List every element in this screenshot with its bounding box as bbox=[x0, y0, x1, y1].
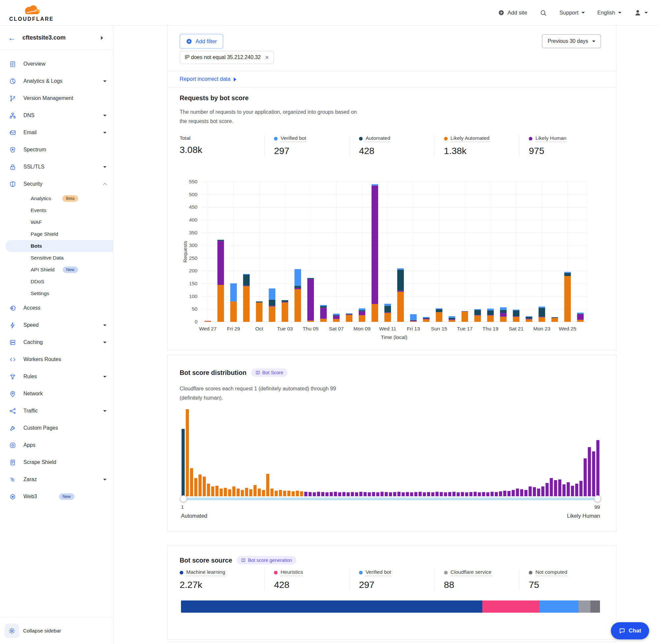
sidebar-item-overview[interactable]: Overview bbox=[0, 55, 113, 72]
source-stats-row: Machine learning2.27kHeuristics428Verifi… bbox=[180, 569, 604, 590]
sidebar-item-speed[interactable]: Speed bbox=[0, 317, 113, 334]
plus-circle-icon bbox=[498, 9, 504, 16]
sidebar-footer: Collapse sidebar bbox=[0, 617, 113, 644]
svg-text:Tue 17: Tue 17 bbox=[457, 326, 473, 331]
svg-text:Mon 23: Mon 23 bbox=[534, 326, 550, 331]
slider-handle-min[interactable] bbox=[180, 495, 187, 502]
sidebar-item-label: DNS bbox=[23, 112, 103, 118]
bot-score-histogram bbox=[181, 403, 600, 497]
sidebar-item-label: API Shield bbox=[31, 267, 59, 273]
stat-label[interactable]: Verified bot bbox=[281, 135, 306, 142]
sidebar-item-network[interactable]: Network bbox=[0, 385, 113, 402]
legend-dot bbox=[359, 571, 362, 574]
plus-circle-icon bbox=[186, 38, 192, 45]
sidebar-item-bots[interactable]: Bots bbox=[5, 240, 113, 252]
sidebar-item-ddos[interactable]: DDoS bbox=[0, 276, 113, 288]
stat-not-computed: Not computed75 bbox=[519, 569, 604, 590]
chevron-right-icon[interactable] bbox=[101, 36, 105, 40]
book-icon bbox=[241, 558, 245, 562]
stat-label[interactable]: Cloudflare service bbox=[451, 569, 492, 576]
svg-text:500: 500 bbox=[189, 191, 197, 197]
slider-min-value: 1 bbox=[181, 504, 184, 510]
sidebar-item-apps[interactable]: Apps bbox=[0, 437, 113, 454]
sidebar-item-spectrum[interactable]: Spectrum bbox=[0, 141, 113, 158]
add-filter-button[interactable]: Add filter bbox=[180, 34, 223, 48]
sidebar-item-traffic[interactable]: Traffic bbox=[0, 402, 113, 419]
sidebar-item-web3[interactable]: Web3New bbox=[0, 488, 113, 505]
sidebar-item-waf[interactable]: WAF bbox=[0, 216, 113, 228]
filter-chip[interactable]: IP does not equal 35.212.240.32 × bbox=[180, 51, 274, 64]
sidebar-item-label: Workers Routes bbox=[23, 356, 107, 362]
date-range-button[interactable]: Previous 30 days bbox=[542, 34, 601, 48]
sidebar-item-settings[interactable]: Settings bbox=[0, 288, 113, 299]
sidebar-item-events[interactable]: Events bbox=[0, 204, 113, 216]
analytics-icon bbox=[9, 78, 16, 85]
sidebar-item-label: Bots bbox=[31, 243, 107, 249]
requests-section-description: The number of requests to your applicati… bbox=[180, 108, 358, 126]
sidebar-item-sensitive-data[interactable]: Sensitive Data bbox=[0, 252, 113, 264]
sidebar-item-ssl-tls[interactable]: SSL/TLS bbox=[0, 158, 113, 176]
svg-text:200: 200 bbox=[189, 268, 197, 273]
stat-label[interactable]: Verified bot bbox=[366, 569, 391, 576]
stat-label[interactable]: Automated bbox=[366, 135, 390, 142]
sidebar: ← cftestsite3.com OverviewAnalytics & Lo… bbox=[0, 26, 113, 644]
source-card: Bot score source Bot score generation Ma… bbox=[167, 546, 616, 640]
stat-label[interactable]: Machine learning bbox=[186, 569, 225, 576]
new-badge: New bbox=[63, 267, 78, 273]
source-segment-heuristics bbox=[482, 600, 539, 613]
stat-likely-automated: Likely Automated1.38k bbox=[434, 135, 520, 156]
sidebar-item-workers-routes[interactable]: Workers Routes bbox=[0, 351, 113, 368]
sidebar-item-custom-pages[interactable]: Custom Pages bbox=[0, 419, 113, 437]
svg-text:400: 400 bbox=[189, 217, 197, 223]
stat-value: 75 bbox=[529, 580, 604, 590]
bot-score-generation-badge[interactable]: Bot score generation bbox=[237, 556, 297, 565]
sidebar-item-email[interactable]: Email bbox=[0, 124, 113, 141]
stat-label[interactable]: Likely Human bbox=[535, 135, 566, 142]
chat-button[interactable]: Chat bbox=[611, 622, 649, 639]
svg-text:Wed 27: Wed 27 bbox=[199, 326, 217, 331]
chevron-down-icon bbox=[103, 376, 107, 379]
svg-text:Sun 15: Sun 15 bbox=[431, 326, 447, 331]
sidebar-item-label: Traffic bbox=[23, 408, 103, 414]
sidebar-item-access[interactable]: Access bbox=[0, 299, 113, 317]
sidebar-item-analytics-logs[interactable]: Analytics & Logs bbox=[0, 72, 113, 90]
language-menu[interactable]: English bbox=[597, 9, 621, 16]
svg-text:450: 450 bbox=[189, 204, 197, 210]
report-incorrect-data-link[interactable]: Report incorrect data bbox=[180, 76, 238, 82]
sidebar-item-analytics[interactable]: AnalyticsBeta bbox=[0, 192, 113, 204]
sidebar-item-security[interactable]: Security bbox=[0, 176, 113, 192]
sidebar-item-caching[interactable]: Caching bbox=[0, 334, 113, 351]
stat-label[interactable]: Heuristics bbox=[281, 569, 303, 576]
security-icon bbox=[9, 181, 16, 188]
legend-dot bbox=[529, 571, 533, 574]
add-site-button[interactable]: Add site bbox=[498, 9, 527, 16]
stat-label[interactable]: Not computed bbox=[535, 569, 567, 576]
remove-filter-icon[interactable]: × bbox=[265, 54, 269, 61]
stat-label[interactable]: Likely Automated bbox=[451, 135, 490, 142]
chevron-down-icon bbox=[592, 41, 595, 44]
sidebar-item-rules[interactable]: Rules bbox=[0, 368, 113, 385]
spectrum-icon bbox=[9, 146, 16, 153]
back-arrow-icon[interactable]: ← bbox=[8, 34, 16, 42]
sidebar-item-zaraz[interactable]: Zaraz bbox=[0, 471, 113, 488]
zaraz-icon bbox=[9, 476, 16, 483]
collapse-sidebar-label[interactable]: Collapse sidebar bbox=[23, 628, 61, 634]
svg-text:350: 350 bbox=[189, 230, 197, 235]
chevron-down-icon bbox=[103, 342, 107, 345]
cloudflare-logo[interactable]: CLOUDFLARE bbox=[9, 4, 54, 22]
support-menu[interactable]: Support bbox=[560, 9, 585, 16]
sidebar-item-api-shield[interactable]: API ShieldNew bbox=[0, 264, 113, 276]
search-icon[interactable] bbox=[540, 9, 547, 17]
bot-score-badge[interactable]: Bot Score bbox=[251, 368, 288, 377]
chat-bubble-icon bbox=[619, 627, 626, 634]
sidebar-item-version-management[interactable]: Version Management bbox=[0, 90, 113, 107]
stat-automated: Automated428 bbox=[349, 135, 434, 156]
source-section-title: Bot score source bbox=[180, 557, 232, 564]
sidebar-item-page-shield[interactable]: Page Shield bbox=[0, 228, 113, 240]
score-range-slider[interactable] bbox=[181, 498, 600, 500]
settings-gear-button[interactable] bbox=[5, 624, 19, 638]
sidebar-item-dns[interactable]: DNS bbox=[0, 107, 113, 124]
sidebar-item-scrape-shield[interactable]: Scrape Shield bbox=[0, 454, 113, 471]
account-menu[interactable] bbox=[634, 9, 648, 17]
slider-handle-max[interactable] bbox=[594, 495, 601, 502]
